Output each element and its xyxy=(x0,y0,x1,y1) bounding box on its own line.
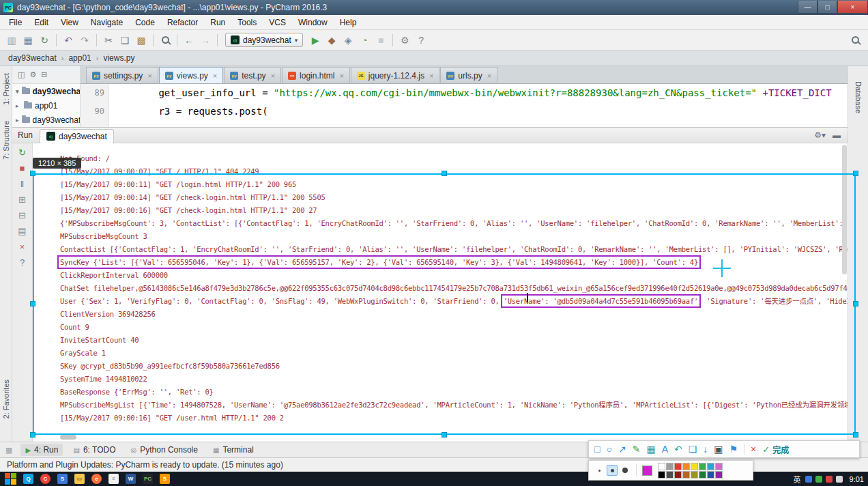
find-icon[interactable] xyxy=(158,33,173,48)
color-swatch[interactable] xyxy=(658,471,665,478)
run-console-output[interactable]: Not Found: /[15/May/2017 09:00:07] "GET … xyxy=(33,143,848,442)
back-icon[interactable]: ← xyxy=(182,33,197,48)
pen-size-option[interactable] xyxy=(594,465,605,476)
tab-close-icon[interactable]: × xyxy=(339,72,343,80)
taskbar-app-qq[interactable]: Q xyxy=(20,472,37,486)
selection-handle[interactable] xyxy=(30,432,35,438)
tray-icon[interactable] xyxy=(836,476,843,483)
debug-icon[interactable]: ◆ xyxy=(324,33,339,48)
undo-icon[interactable]: ↶ xyxy=(61,33,76,48)
console-vertical-scrollbar[interactable] xyxy=(842,145,847,274)
selection-handle[interactable] xyxy=(442,432,447,438)
tree-expand-arrow-icon[interactable]: ▸ xyxy=(16,102,21,109)
selection-handle[interactable] xyxy=(30,301,35,306)
hide-panel-icon[interactable]: ▬ xyxy=(833,130,841,140)
copy-icon[interactable]: ❏ xyxy=(117,33,132,48)
cancel-icon[interactable]: × xyxy=(751,444,756,454)
tool-strip-button[interactable]: 7: Structure xyxy=(2,121,10,160)
capture-done-button[interactable]: ✓ 完成 xyxy=(762,444,789,455)
taskbar-clock[interactable]: 9:01 xyxy=(850,475,864,483)
menu-item-edit[interactable]: Edit xyxy=(28,16,55,29)
text-tool-icon[interactable]: A xyxy=(662,444,668,454)
editor-tab-settings.py[interactable]: pysettings.py× xyxy=(86,67,158,83)
color-swatch[interactable] xyxy=(666,471,674,478)
selection-handle[interactable] xyxy=(442,171,447,176)
color-swatch[interactable] xyxy=(658,463,665,470)
tree-expand-arrow-icon[interactable]: ▾ xyxy=(16,88,19,95)
search-everywhere-icon[interactable] xyxy=(848,33,863,48)
menu-item-run[interactable]: Run xyxy=(204,16,231,29)
taskbar-app-app-blue[interactable]: S xyxy=(54,472,71,486)
color-swatch[interactable] xyxy=(707,471,714,478)
profiler-icon[interactable]: ◔ xyxy=(357,33,372,48)
stop-icon[interactable]: ■ xyxy=(20,164,25,173)
menu-item-window[interactable]: Window xyxy=(292,16,334,29)
tray-icon[interactable] xyxy=(815,476,822,483)
tool-window-button-terminal[interactable]: ▦Terminal xyxy=(208,444,259,456)
save-icon[interactable]: ↓ xyxy=(703,444,708,454)
menu-item-code[interactable]: Code xyxy=(129,16,161,29)
mosaic-tool-icon[interactable]: ▦ xyxy=(646,444,655,454)
project-tree-item[interactable]: ▸day93wechat xyxy=(12,113,80,127)
run-config-select[interactable]: dj day93wechat ▾ xyxy=(225,33,303,47)
color-swatch[interactable] xyxy=(682,471,690,478)
print-icon[interactable]: ▤ xyxy=(18,227,26,235)
editor-tab-test.py[interactable]: pytest.py× xyxy=(224,67,281,83)
color-swatch[interactable] xyxy=(699,471,706,478)
pause-output-icon[interactable]: ‖ xyxy=(20,180,24,188)
settings-icon[interactable]: ⚙ xyxy=(397,33,412,48)
editor-tab-login.html[interactable]: <>login.html× xyxy=(282,67,350,83)
console-horizontal-scrollbar[interactable] xyxy=(60,435,76,440)
color-swatch[interactable] xyxy=(691,463,698,470)
refresh-icon[interactable]: ↻ xyxy=(37,33,52,48)
tool-strip-button[interactable]: Database xyxy=(854,81,863,113)
taskbar-app-browser[interactable]: e xyxy=(88,472,105,486)
color-swatch[interactable] xyxy=(715,471,723,478)
selection-handle[interactable] xyxy=(853,171,858,176)
editor-tab-jquery-1.12.4.js[interactable]: JSjquery-1.12.4.js× xyxy=(351,67,439,83)
tool-strip-button[interactable]: 1: Project xyxy=(2,73,10,104)
project-tree-item[interactable]: ▾day93wechat xyxy=(12,84,80,98)
project-tree-item[interactable]: ▸app01 xyxy=(12,98,80,113)
menu-item-refactor[interactable]: Refactor xyxy=(161,16,204,29)
maximize-button[interactable]: □ xyxy=(818,1,837,14)
tab-close-icon[interactable]: × xyxy=(147,72,151,80)
editor-tab-urls.py[interactable]: pyurls.py× xyxy=(440,67,497,83)
tool-window-switcher-icon[interactable]: ▦ xyxy=(3,446,15,455)
arrow-tool-icon[interactable]: ↗ xyxy=(618,444,626,454)
menu-item-tools[interactable]: Tools xyxy=(231,16,263,29)
tool-window-button-6-todo[interactable]: ▤6: TODO xyxy=(68,444,120,456)
run-icon[interactable]: ▶ xyxy=(308,33,323,48)
start-button[interactable] xyxy=(3,473,18,485)
color-swatch[interactable] xyxy=(682,463,690,470)
copy-icon[interactable]: ❏ xyxy=(689,444,697,454)
help-icon[interactable]: ? xyxy=(20,258,25,267)
menu-item-help[interactable]: Help xyxy=(334,16,363,29)
taskbar-app-notepad[interactable]: ≡ xyxy=(105,472,122,486)
save-all-icon[interactable]: ▦ xyxy=(20,33,35,48)
tray-icon[interactable] xyxy=(805,476,812,483)
color-swatch[interactable] xyxy=(699,463,706,470)
cut-icon[interactable]: ✂ xyxy=(101,33,116,48)
ime-indicator[interactable]: 英 xyxy=(794,474,801,485)
tool-strip-button[interactable]: 2: Favorites xyxy=(2,380,10,418)
close-icon[interactable]: × xyxy=(20,242,25,251)
tool-window-button-python-console[interactable]: ◎Python Console xyxy=(126,444,203,456)
pin-tool-icon[interactable]: ⚑ xyxy=(729,444,738,454)
open-folder-icon[interactable]: ▥ xyxy=(4,33,19,48)
color-swatch[interactable] xyxy=(707,463,714,470)
taskbar-app-pycharm[interactable]: PC xyxy=(139,472,156,486)
redo-icon[interactable]: ↷ xyxy=(77,33,92,48)
help-icon[interactable]: ? xyxy=(414,33,429,48)
color-swatch[interactable] xyxy=(666,463,674,470)
selection-handle[interactable] xyxy=(853,432,858,438)
menu-item-vcs[interactable]: VCS xyxy=(263,16,292,29)
rect-tool-icon[interactable]: □ xyxy=(594,444,600,454)
tab-close-icon[interactable]: × xyxy=(429,72,433,80)
taskbar-app-word[interactable]: W xyxy=(122,472,139,486)
taskbar-app-explorer-folder[interactable]: ▭ xyxy=(71,472,88,486)
pin-icon[interactable]: ⊟ xyxy=(18,211,26,220)
breadcrumb-item[interactable]: app01 xyxy=(68,53,91,63)
taskbar-app-app-orange[interactable]: S xyxy=(156,472,173,486)
tree-expand-arrow-icon[interactable]: ▸ xyxy=(16,117,19,124)
